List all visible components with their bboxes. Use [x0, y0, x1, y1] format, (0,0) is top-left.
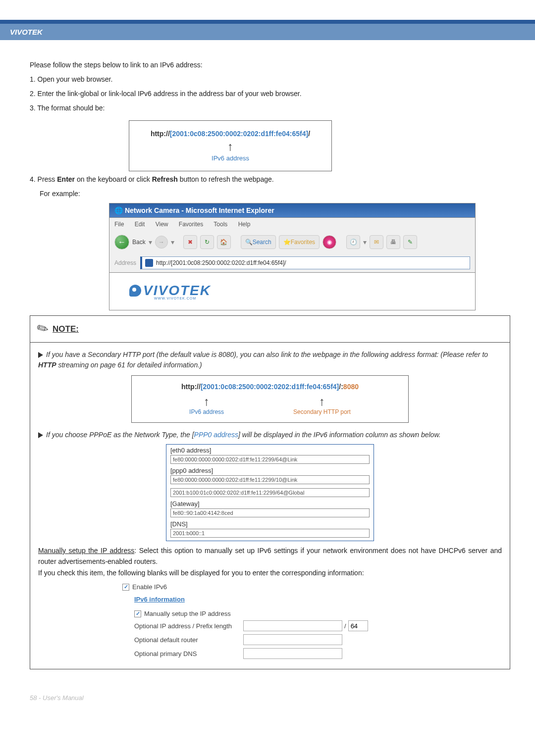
intro-line-2: 2. Enter the link-global or link-local I…: [30, 89, 510, 99]
ie-toolbar: ← Back ▾ → ▾ ✖ ↻ 🏠 🔍 Search ⭐ Favorites …: [109, 231, 476, 253]
ipv6-label: IPv6 address: [149, 154, 312, 162]
tail-text: button to refresh the webpage.: [178, 175, 274, 183]
ipv6-label-2: IPv6 address: [189, 408, 224, 415]
ie-page-icon: [145, 259, 153, 267]
address-label: Address: [114, 259, 136, 266]
dns-value: [170, 529, 370, 538]
favorites-button[interactable]: ⭐ Favorites: [279, 235, 320, 249]
opt-dns-input[interactable]: [243, 648, 342, 659]
menu-edit[interactable]: Edit: [135, 221, 145, 228]
ie-page-body: VIVOTEK WWW.VIVOTEK.COM: [109, 273, 476, 310]
home-button[interactable]: 🏠: [217, 235, 231, 249]
example-label: For example:: [40, 189, 510, 199]
url-format-box-2: http://[2001:0c08:2500:0002:0202:d1ff:fe…: [131, 375, 409, 423]
note-p1a: If you have a Secondary HTTP port (the d…: [46, 351, 488, 358]
ppp0-header: [ppp0 address]: [170, 467, 370, 474]
ppp0-value-1: [170, 475, 370, 484]
u2-addr: 2001:0c08:2500:0002:0202:d1ff:fe04:65f4: [203, 383, 337, 391]
mid-text: on the keyboard or click: [75, 175, 152, 183]
print-button[interactable]: 🖶: [386, 235, 400, 249]
port-label: Secondary HTTP port: [293, 408, 351, 415]
manual-setup-line2: If you check this item, the following bl…: [38, 567, 502, 578]
menu-help[interactable]: Help: [238, 221, 251, 228]
arrow-up-icon-2: ↑: [189, 395, 224, 408]
arrow-up-icon: ↑: [149, 140, 312, 153]
menu-tools[interactable]: Tools: [214, 221, 227, 228]
enable-ipv6-label: Enable IPv6: [132, 583, 167, 591]
note-p2c: ] will be displayed in the IPv6 informat…: [238, 431, 441, 439]
page-footer: 58 - User's Manual: [0, 684, 535, 716]
menu-favorites[interactable]: Favorites: [179, 221, 203, 228]
arrow-up-icon-3: ↑: [293, 395, 351, 408]
ie-menu-bar: File Edit View Favorites Tools Help: [109, 218, 476, 231]
triangle-bullet-icon: [38, 352, 43, 358]
ie-screenshot: 🌐 Network Camera - Microsoft Internet Ex…: [109, 203, 476, 310]
url-suffix: /: [308, 130, 310, 138]
forward-button[interactable]: →: [155, 236, 168, 249]
ie-title-bar: 🌐 Network Camera - Microsoft Internet Ex…: [109, 203, 476, 218]
press-text: Press: [38, 175, 57, 183]
address-value: http://[2001:0c08:2500:0002:0202:d1ff:fe…: [156, 259, 286, 266]
u2-port: 8080: [343, 383, 359, 391]
intro-line-3: 3. The format should be:: [30, 103, 510, 113]
history-button[interactable]: 🕘: [346, 235, 360, 249]
url-prefix: http://: [151, 130, 170, 138]
note-p2a: If you choose PPPoE as the Network Type,…: [46, 431, 194, 439]
enter-key: Enter: [57, 175, 75, 183]
ppp0-addr-ref: PPP0 address: [194, 431, 239, 439]
enable-ipv6-checkbox[interactable]: ✓: [122, 584, 129, 591]
ipv6-information-link[interactable]: IPv6 information: [134, 596, 185, 603]
intro-line-0: Please follow the steps below to link to…: [30, 60, 510, 70]
brand-header: VIVOTEK: [0, 20, 535, 40]
prefix-length-input[interactable]: [348, 620, 368, 631]
eth0-value: [170, 455, 370, 464]
note-title: NOTE:: [53, 324, 79, 334]
gateway-value: [170, 508, 370, 517]
opt-router-input[interactable]: [243, 634, 342, 645]
vivotek-eye-icon: [129, 285, 141, 297]
u2-sep: /:: [339, 383, 343, 391]
u2-prefix: http://: [181, 383, 201, 391]
media-button[interactable]: ◉: [322, 235, 336, 249]
ppp0-value-2: [170, 488, 370, 497]
edit-button[interactable]: ✎: [403, 235, 417, 249]
note-box: ✎ NOTE: If you have a Secondary HTTP por…: [30, 315, 510, 669]
back-button[interactable]: ←: [114, 235, 129, 250]
mail-button[interactable]: ✉: [370, 235, 383, 249]
url-format-box-1: http://[2001:0c08:2500:0002:0202:d1ff:fe…: [129, 120, 332, 171]
refresh-btn-ref: Refresh: [152, 175, 178, 183]
intro-line-1: 1. Open your web browser.: [30, 74, 510, 85]
refresh-button[interactable]: ↻: [200, 235, 214, 249]
ie-address-bar: Address http://[2001:0c08:2500:0002:0202…: [109, 253, 476, 273]
opt-router-label: Optional default router: [134, 636, 243, 644]
manual-setup-title: Manually setup the IP address: [38, 547, 134, 554]
eth0-header: [eth0 address]: [170, 447, 370, 454]
opt-dns-label: Optional primary DNS: [134, 650, 243, 657]
ipv6-info-panel: [eth0 address] [ppp0 address] [Gateway] …: [166, 444, 374, 541]
menu-view[interactable]: View: [156, 221, 168, 228]
manual-ip-checkbox[interactable]: ✓: [134, 610, 141, 617]
note-p1c: streaming on page 61 for detailed inform…: [56, 361, 202, 369]
triangle-bullet-icon-2: [38, 432, 43, 438]
dns-header: [DNS]: [170, 520, 370, 528]
menu-file[interactable]: File: [114, 221, 124, 228]
ipv6-addr: 2001:0c08:2500:0002:0202:d1ff:fe04:65f4: [172, 130, 306, 138]
manual-ip-label: Manually setup the IP address: [144, 610, 231, 617]
search-button[interactable]: 🔍 Search: [241, 235, 276, 249]
opt-ip-label: Optional IP address / Prefix length: [134, 622, 243, 630]
gateway-header: [Gateway]: [170, 500, 370, 507]
opt-ip-input[interactable]: [243, 620, 342, 631]
pencil-icon: ✎: [34, 319, 52, 339]
back-label: Back: [132, 239, 146, 246]
address-input[interactable]: http://[2001:0c08:2500:0002:0202:d1ff:fe…: [140, 256, 470, 269]
stop-button[interactable]: ✖: [183, 235, 197, 249]
step-4: 4. Press Enter on the keyboard or click …: [30, 174, 510, 185]
note-http: HTTP: [38, 361, 56, 369]
